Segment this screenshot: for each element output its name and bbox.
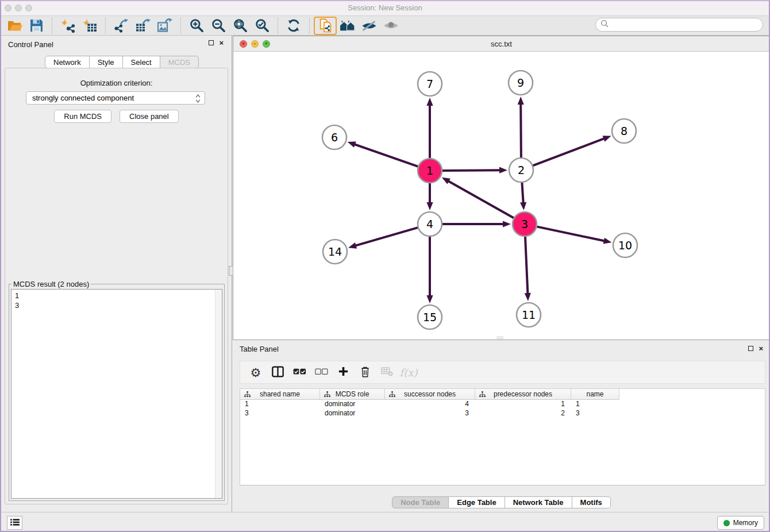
tab-network[interactable]: Network — [45, 56, 90, 68]
show-all-button[interactable] — [380, 17, 402, 34]
mcds-result-text[interactable]: 13 — [11, 289, 222, 499]
tab-mcds[interactable]: MCDS — [160, 56, 199, 68]
graph-edge-2-3[interactable] — [522, 182, 523, 204]
hide-selected-button[interactable] — [358, 17, 380, 34]
column-header-mcds-role[interactable]: MCDS role — [320, 389, 385, 400]
criterion-value: strongly connected component — [32, 94, 134, 102]
tab-node-table[interactable]: Node Table — [392, 496, 449, 508]
zoom-out-button[interactable] — [207, 17, 229, 34]
network-window-titlebar[interactable]: × − + scc.txt — [233, 36, 769, 52]
zoom-fit-button[interactable] — [229, 17, 251, 34]
refresh-layout-icon — [286, 18, 301, 33]
graph-arrowhead-1-4 — [426, 202, 433, 210]
column-header-shared-name[interactable]: shared name — [240, 389, 320, 400]
mcds-result-group: MCDS result (2 nodes) 13 — [9, 284, 225, 501]
network-canvas[interactable]: 7968124314101511 — [233, 52, 769, 340]
graph-edge-1-2[interactable] — [441, 170, 501, 171]
splitter-handle[interactable] — [229, 266, 233, 276]
control-panel-title: Control Panel — [8, 40, 53, 49]
graph-arrowhead-2-9 — [518, 97, 524, 105]
tab-edge-table[interactable]: Edge Table — [449, 496, 505, 508]
export-image-button[interactable] — [154, 17, 176, 34]
task-list-icon — [10, 518, 20, 528]
cell[interactable]: 2 — [475, 409, 571, 418]
table-panel: Table Panel × ⚙f(x) shared nameMCDS role… — [233, 342, 770, 512]
optimization-criterion-label: Optimization criterion: — [5, 79, 228, 87]
close-panel-icon[interactable]: × — [219, 40, 224, 45]
graph-node-label-15: 15 — [423, 311, 437, 323]
new-network-from-selection-button[interactable] — [314, 17, 336, 34]
save-session-button[interactable] — [25, 17, 47, 34]
cell[interactable]: 3 — [240, 409, 320, 418]
float-panel-icon[interactable] — [209, 40, 214, 45]
gear-button[interactable]: ⚙ — [246, 363, 265, 381]
memory-button[interactable]: Memory — [717, 516, 764, 530]
cell[interactable]: 1 — [240, 400, 320, 409]
graph-node-label-7: 7 — [426, 78, 433, 90]
open-session-icon — [7, 19, 22, 32]
home-button[interactable] — [336, 17, 358, 34]
cell[interactable]: dominator — [320, 409, 385, 418]
graph-arrowhead-4-14 — [348, 242, 357, 249]
result-scrollbar[interactable] — [215, 290, 222, 498]
close-table-panel-icon[interactable]: × — [759, 346, 763, 351]
export-network-button[interactable] — [110, 17, 132, 34]
close-panel-button[interactable]: Close panel — [120, 110, 179, 123]
mcds-panel: Optimization criterion: strongly connect… — [5, 68, 228, 504]
delete-row-icon — [360, 366, 370, 379]
graph-edge-3-11[interactable] — [525, 236, 528, 295]
tab-motifs[interactable]: Motifs — [572, 496, 611, 508]
select-all-button[interactable] — [290, 363, 309, 381]
search-box[interactable] — [595, 18, 763, 32]
open-session-button[interactable] — [3, 17, 25, 34]
graph-edge-4-14[interactable] — [355, 228, 419, 246]
table-row[interactable]: 1dominator411 — [240, 400, 765, 409]
graph-edge-3-1[interactable] — [448, 180, 515, 218]
zoom-in-button[interactable] — [186, 17, 207, 34]
graph-edge-2-8[interactable] — [532, 138, 606, 166]
tab-select[interactable]: Select — [123, 56, 160, 68]
float-table-panel-icon[interactable] — [748, 346, 753, 351]
import-network-icon — [61, 18, 75, 33]
tab-network-table[interactable]: Network Table — [505, 496, 572, 508]
delete-row-button[interactable] — [355, 363, 375, 381]
column-header-predecessor-nodes[interactable]: predecessor nodes — [475, 389, 571, 400]
column-header-successor-nodes[interactable]: successor nodes — [385, 389, 475, 400]
zoom-selected-button[interactable] — [251, 17, 273, 34]
refresh-layout-button[interactable] — [283, 17, 305, 34]
import-network-button[interactable] — [57, 17, 79, 34]
show-all-icon — [383, 20, 399, 31]
table-toolbar: ⚙f(x) — [240, 361, 765, 384]
node-table: shared nameMCDS rolesuccessor nodesprede… — [240, 388, 765, 418]
tab-style[interactable]: Style — [90, 56, 123, 68]
graph-edge-2-9[interactable] — [521, 103, 521, 159]
cell[interactable]: 3 — [571, 409, 619, 418]
split-view-button[interactable] — [268, 363, 287, 381]
task-history-button[interactable] — [7, 516, 22, 530]
cell[interactable]: 1 — [571, 400, 619, 409]
add-row-button[interactable] — [333, 363, 353, 381]
session-title: Session: New Session — [0, 3, 770, 12]
graph-edge-3-10[interactable] — [536, 226, 606, 241]
zoom-fit-icon — [233, 18, 248, 33]
cell[interactable]: 4 — [385, 400, 475, 409]
zoom-in-icon — [190, 18, 204, 33]
search-icon — [600, 20, 609, 30]
cell[interactable]: dominator — [320, 400, 385, 409]
toolbar-separator — [309, 18, 310, 34]
run-mcds-button[interactable]: Run MCDS — [54, 110, 111, 123]
search-input[interactable] — [611, 21, 763, 29]
column-header-name[interactable]: name — [571, 389, 619, 400]
table-panel-title: Table Panel — [240, 345, 279, 353]
graph-arrowhead-3-10 — [603, 238, 612, 244]
graph-edge-1-6[interactable] — [353, 144, 419, 167]
deselect-all-button[interactable] — [311, 363, 331, 381]
import-table-button[interactable] — [79, 17, 101, 34]
graph-node-label-4: 4 — [426, 218, 433, 230]
export-table-button[interactable] — [132, 17, 154, 34]
graph-node-label-10: 10 — [618, 239, 632, 252]
table-row[interactable]: 3dominator323 — [240, 409, 765, 418]
cell[interactable]: 1 — [475, 400, 571, 409]
cell[interactable]: 3 — [385, 409, 475, 418]
criterion-dropdown[interactable]: strongly connected component — [26, 91, 205, 105]
